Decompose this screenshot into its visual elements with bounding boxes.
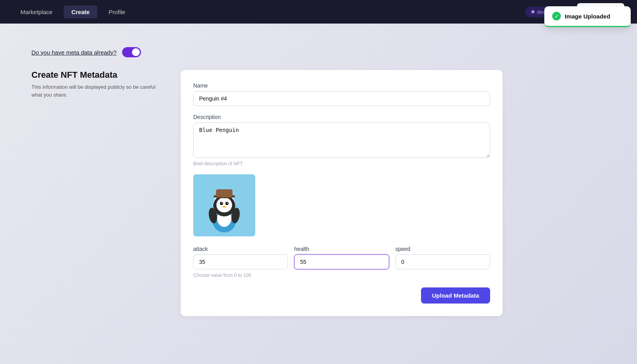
dev-dot-icon [531, 10, 534, 13]
meta-toggle-switch[interactable] [122, 47, 141, 57]
toast-notification: ✓ Image Uploaded [544, 6, 631, 27]
toast-message: Image Uploaded [565, 13, 610, 20]
upload-row: Upload Metadata [193, 287, 490, 304]
speed-group: speed [395, 246, 490, 269]
content-layout: Create NFT Metadata This information wil… [31, 70, 503, 316]
description-hint: Brief description of NFT [193, 161, 490, 166]
toggle-knob [132, 48, 140, 56]
speed-input[interactable] [395, 254, 490, 269]
meta-toggle-row: Do you have meta data already? [31, 47, 606, 57]
svg-point-10 [221, 203, 223, 204]
description-input[interactable]: Blue Penguin [193, 123, 490, 158]
speed-label: speed [395, 246, 490, 252]
nav-profile[interactable]: Profile [101, 5, 133, 18]
meta-toggle-label[interactable]: Do you have meta data already? [31, 49, 117, 56]
name-label: Name [193, 82, 490, 89]
health-label: health [294, 246, 389, 252]
stats-row: attack health speed [193, 246, 490, 269]
main-content: Do you have meta data already? Create NF… [0, 24, 637, 364]
name-input[interactable] [193, 91, 490, 106]
upload-metadata-button[interactable]: Upload Metadata [421, 287, 490, 304]
form-title: Create NFT Metadata [31, 70, 165, 80]
attack-label: attack [193, 246, 288, 252]
attack-group: attack [193, 246, 288, 269]
name-field-group: Name [193, 82, 490, 106]
attack-input[interactable] [193, 254, 288, 269]
nav-create[interactable]: Create [64, 5, 98, 18]
form-subtitle: This information will be displayed publi… [31, 83, 165, 99]
description-field-group: Description Blue Penguin Brief descripti… [193, 114, 490, 166]
health-group: health [294, 246, 389, 269]
svg-point-12 [227, 203, 228, 204]
health-input[interactable] [294, 254, 389, 269]
nft-image [193, 174, 255, 236]
left-panel: Create NFT Metadata This information wil… [31, 70, 165, 316]
navbar: Marketplace Create Profile development B… [0, 0, 637, 24]
toast-success-icon: ✓ [552, 12, 561, 20]
nav-marketplace[interactable]: Marketplace [13, 5, 60, 18]
description-label: Description [193, 114, 490, 120]
svg-rect-8 [216, 189, 232, 197]
value-range-hint: Choose value from 0 to 100 [193, 273, 490, 278]
svg-point-6 [216, 198, 232, 212]
nav-links: Marketplace Create Profile [13, 5, 133, 18]
right-panel: Name Description Blue Penguin Brief desc… [181, 70, 503, 316]
nft-image-svg [193, 174, 255, 236]
